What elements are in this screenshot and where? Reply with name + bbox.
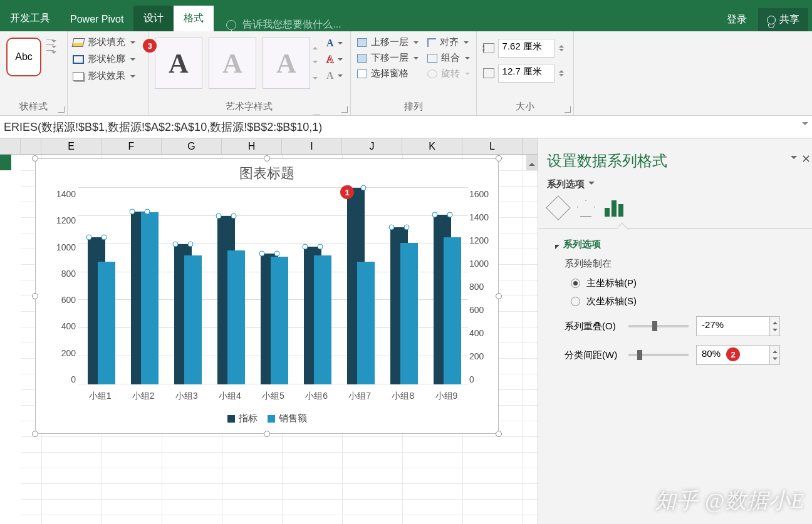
slider-thumb[interactable] <box>652 321 657 331</box>
width-spinner[interactable] <box>558 67 567 80</box>
y-axis-secondary[interactable]: 16001400120010008006004002000 <box>469 189 496 384</box>
fill-line-icon[interactable] <box>546 195 571 220</box>
dialog-launcher-icon[interactable] <box>58 106 65 113</box>
col-header[interactable]: H <box>222 138 282 154</box>
slider-thumb[interactable] <box>637 350 642 360</box>
pen-icon <box>73 55 84 64</box>
col-header[interactable]: G <box>162 138 222 154</box>
chevron-down-icon <box>464 41 469 46</box>
wordart-preset-3[interactable]: A <box>263 38 310 89</box>
group-shape-format: 形状填充 形状轮廓 形状效果 <box>68 31 148 115</box>
primary-axis-radio[interactable]: 主坐标轴(P) <box>571 277 803 289</box>
column-headers: E F G H I J K L <box>0 138 538 155</box>
resize-handle[interactable] <box>32 155 38 162</box>
pane-options-dropdown[interactable] <box>791 156 797 162</box>
shape-effects-button[interactable]: 形状效果 <box>71 69 144 83</box>
col-header[interactable]: K <box>402 138 462 154</box>
text-outline-button[interactable]: A <box>326 54 343 65</box>
chevron-down-icon <box>338 58 343 63</box>
chart-legend[interactable]: 指标 销售额 <box>36 413 498 424</box>
share-button[interactable]: 共享 <box>758 8 808 31</box>
shape-fill-label: 形状填充 <box>88 36 125 48</box>
shape-fill-button[interactable]: 形状填充 <box>71 35 144 49</box>
col-header[interactable]: I <box>282 138 342 154</box>
shape-style-dropdown[interactable] <box>46 39 56 76</box>
watermark: 知乎 @数据小E <box>655 486 804 515</box>
secondary-axis-radio[interactable]: 次坐标轴(S) <box>571 295 803 307</box>
overlap-input[interactable]: -27% <box>696 316 770 336</box>
text-effects-button[interactable]: A <box>326 70 343 81</box>
chevron-down-icon <box>414 57 419 62</box>
tab-format[interactable]: 格式 <box>174 6 214 31</box>
close-icon[interactable]: ✕ <box>801 152 811 166</box>
send-backward-button[interactable]: 下移一层 <box>357 52 419 64</box>
series-options-icon[interactable] <box>605 200 623 217</box>
dialog-launcher-icon[interactable] <box>341 106 348 113</box>
legend-item-2[interactable]: 销售额 <box>268 413 307 424</box>
tab-devtools[interactable]: 开发工具 <box>0 6 60 31</box>
content-area: E F G H I J K L 图表标题 1 14001200100080060… <box>0 138 812 524</box>
secondary-axis-label: 次坐标轴(S) <box>586 295 637 307</box>
y-axis-primary[interactable]: 1400120010008006004002000 <box>46 189 76 384</box>
send-backward-icon <box>357 54 367 63</box>
resize-handle[interactable] <box>32 293 38 299</box>
legend-item-1[interactable]: 指标 <box>227 413 258 424</box>
resize-handle[interactable] <box>496 431 502 437</box>
tell-me-search[interactable]: 告诉我您想要做什么... <box>214 18 718 31</box>
rotate-button[interactable]: 旋转 <box>427 68 470 80</box>
resize-handle[interactable] <box>264 431 270 437</box>
group-icon <box>427 54 437 63</box>
col-header[interactable]: L <box>462 138 523 154</box>
x-axis[interactable]: 小组1小组2小组3小组4小组5小组6小组7小组8小组9 <box>78 391 468 402</box>
dialog-launcher-icon[interactable] <box>565 106 571 113</box>
selection-pane-icon <box>357 69 367 78</box>
width-input[interactable]: 12.7 厘米 <box>498 64 554 83</box>
group-label-shapestyles: 状样式 <box>4 98 63 114</box>
worksheet[interactable]: E F G H I J K L 图表标题 1 14001200100080060… <box>0 138 538 524</box>
bring-forward-button[interactable]: 上移一层 <box>357 36 419 48</box>
login-button[interactable]: 登录 <box>718 8 756 31</box>
resize-handle[interactable] <box>496 155 502 162</box>
col-header[interactable]: F <box>102 138 162 154</box>
shape-outline-button[interactable]: 形状轮廓 <box>71 52 144 66</box>
col-header[interactable]: J <box>342 138 402 154</box>
wordart-preset-2[interactable]: A <box>209 38 256 89</box>
wordart-gallery[interactable]: A A A <box>152 35 313 91</box>
align-icon <box>427 38 436 47</box>
effects-icon[interactable] <box>577 200 595 217</box>
height-spinner[interactable] <box>558 42 567 54</box>
tab-design[interactable]: 设计 <box>133 6 174 31</box>
resize-handle[interactable] <box>32 431 38 437</box>
format-pane: 设置数据系列格式 ✕ 系列选项 系列选项 系列绘制在 主坐标轴(P) 次坐标轴(… <box>538 138 812 524</box>
text-fill-button[interactable]: A <box>326 38 343 49</box>
active-tab-pointer <box>618 223 629 234</box>
col-header[interactable]: E <box>41 138 102 154</box>
effects-icon <box>73 72 84 81</box>
gap-spinner[interactable] <box>770 345 780 365</box>
expand-formula-icon[interactable] <box>802 122 808 128</box>
align-button[interactable]: 对齐 <box>427 36 470 48</box>
shape-style-preset[interactable]: Abc <box>6 38 41 76</box>
resize-handle[interactable] <box>264 155 270 162</box>
group-label: 组合 <box>441 52 460 64</box>
overlap-spinner[interactable] <box>770 316 780 336</box>
wordart-preset-1[interactable]: A <box>155 38 202 89</box>
gap-slider[interactable] <box>628 354 689 356</box>
formula-bar[interactable]: ERIES(数据源!$B$1,数据源!$A$2:$A$10,数据源!$B$2:$… <box>0 116 812 138</box>
bucket-icon <box>72 38 85 47</box>
height-input[interactable]: 7.62 厘米 <box>498 39 554 58</box>
group-label-wordart: 艺术字样式 <box>152 98 346 114</box>
resize-handle[interactable] <box>496 293 502 299</box>
pane-category-icons <box>549 199 803 217</box>
chart-title[interactable]: 图表标题 <box>36 159 498 188</box>
plot-area[interactable] <box>78 189 468 384</box>
group-button[interactable]: 组合 <box>427 52 470 64</box>
chart-object[interactable]: 图表标题 1 1400120010008006004002000 1600140… <box>35 158 499 434</box>
wordart-more-dropdown[interactable] <box>313 35 323 91</box>
tab-powerpivot[interactable]: Power Pivot <box>60 8 133 31</box>
overlap-slider[interactable] <box>628 325 689 327</box>
section-header[interactable]: 系列选项 <box>552 239 803 250</box>
chevron-down-icon <box>130 41 135 46</box>
selection-pane-button[interactable]: 选择窗格 <box>357 68 419 80</box>
pane-subtitle[interactable]: 系列选项 <box>547 178 803 190</box>
